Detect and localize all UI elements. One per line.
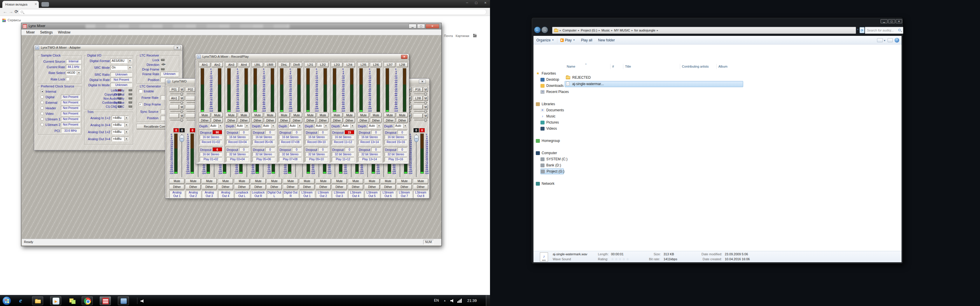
record-device-button[interactable]: Record 01+02 <box>200 140 222 144</box>
route-button[interactable]: L2I8 <box>413 96 423 100</box>
trim-dropdown[interactable]: +4dBu▼ <box>112 130 129 134</box>
pan-slider[interactable] <box>170 94 184 94</box>
mute-button[interactable]: Mute <box>364 179 379 184</box>
dither-button[interactable]: Dither <box>316 185 331 189</box>
dropdown-arrow-icon[interactable]: ▼ <box>298 124 302 128</box>
dither-button[interactable]: Dither <box>331 118 342 122</box>
tray-language[interactable]: EN <box>434 298 439 303</box>
sidebar-item-recent-places[interactable]: ◔Recent Places <box>541 89 564 95</box>
tray-clock[interactable]: 21:39 <box>467 298 477 303</box>
clock-source-radio[interactable] <box>41 95 44 98</box>
menu-window[interactable]: Window <box>56 30 73 34</box>
record-device-button[interactable]: Record 03+04 <box>226 140 248 144</box>
dither-button[interactable]: Dither <box>278 118 290 122</box>
dither-button[interactable]: Dither <box>371 118 382 122</box>
pan-slider-thumb[interactable] <box>425 119 426 122</box>
pan-slider[interactable] <box>170 102 184 103</box>
depth-select[interactable]: Auto▼ <box>262 124 275 128</box>
mute-button[interactable]: Mute <box>267 179 282 184</box>
mute-button[interactable]: Mute <box>202 179 217 184</box>
pan-slider[interactable] <box>414 111 428 112</box>
dropdown-arrow-icon[interactable]: ▼ <box>350 124 355 128</box>
minimize-button[interactable]: ▁ <box>881 19 888 23</box>
route-mute-button[interactable]: M <box>180 87 184 92</box>
close-button[interactable]: ✕ <box>426 24 439 29</box>
mute-button[interactable]: Mute <box>291 113 302 117</box>
mute-button[interactable]: Mute <box>305 113 316 117</box>
dither-button[interactable]: Dither <box>251 185 266 189</box>
apps-grid-icon[interactable] <box>2 19 6 22</box>
play-device-button[interactable]: Play 13+14 <box>358 157 381 162</box>
dither-button[interactable]: Dither <box>252 118 263 122</box>
mute-button[interactable]: Mute <box>413 179 428 184</box>
menu-settings[interactable]: Settings <box>37 30 55 34</box>
play-device-button[interactable]: Play 07+08 <box>279 157 301 162</box>
breadcrumb-item[interactable]: for audiojungle <box>633 29 657 32</box>
sidebar-item-pictures[interactable]: Pictures <box>541 119 564 125</box>
pan-slider-thumb[interactable] <box>425 101 426 104</box>
recordplay-close-icon[interactable]: ✕ <box>401 55 407 59</box>
dither-button[interactable]: Dither <box>348 185 363 189</box>
link-mail[interactable]: Почта <box>444 34 453 38</box>
channel-label-button[interactable]: L2I2 <box>317 63 328 67</box>
fader-handle[interactable] <box>180 135 184 142</box>
maximize-button[interactable]: ▢ <box>888 19 895 23</box>
file-name[interactable]: REJECTED <box>572 76 660 80</box>
depth-select[interactable]: Auto▼ <box>394 124 407 128</box>
dropdown-arrow-icon[interactable]: ▼ <box>245 124 249 128</box>
dither-button[interactable]: Dither <box>234 185 250 189</box>
dither-button[interactable]: Dither <box>344 118 355 122</box>
preview-pane-icon[interactable] <box>888 38 893 42</box>
sidebar-item-videos[interactable]: Videos <box>541 125 564 132</box>
route-mute-button[interactable]: M <box>180 96 184 100</box>
taskbar-app-button[interactable] <box>118 296 129 305</box>
mute-button[interactable]: Mute <box>344 113 355 117</box>
back-icon[interactable]: ← <box>3 9 7 14</box>
dither-button[interactable]: Dither <box>291 118 302 122</box>
dropdown-arrow-icon[interactable]: ▼ <box>124 116 128 120</box>
breadcrumb[interactable]: ▸Computer▸Project (G:)▸Music▸MY MUSIC▸fo… <box>552 27 856 34</box>
dither-button[interactable]: Dither <box>413 185 428 189</box>
mute-button[interactable]: Mute <box>234 179 250 184</box>
clock-source-radio[interactable] <box>41 123 44 126</box>
route-button[interactable]: AIn1 <box>169 96 179 100</box>
show-desktop-button[interactable] <box>486 295 490 306</box>
address-bar[interactable] <box>18 9 487 15</box>
new-tab-button[interactable] <box>41 2 49 7</box>
taskbar-ie-button[interactable]: e <box>19 296 27 305</box>
channel-label-button[interactable]: L2I8 <box>397 63 408 67</box>
pan-slider-thumb[interactable] <box>181 110 183 113</box>
dropdown-arrow-icon[interactable]: ▼ <box>77 71 81 75</box>
help-icon[interactable]: ? <box>894 38 899 43</box>
tray-expand-icon[interactable]: ▲ <box>444 299 446 302</box>
sidebar-item-bank-d-[interactable]: Bank (D:) <box>541 162 564 168</box>
play-device-button[interactable]: Play 03+04 <box>226 157 248 162</box>
route-button[interactable] <box>169 114 179 118</box>
route-mute-button[interactable]: M <box>423 105 428 109</box>
channel-label-button[interactable]: L2I4 <box>344 63 355 67</box>
dropdown-arrow-icon[interactable]: ▼ <box>377 124 381 128</box>
clock-source-radio[interactable] <box>41 101 44 104</box>
dropdown-arrow-icon[interactable]: ▼ <box>403 124 407 128</box>
route-mute-button[interactable]: M <box>180 105 184 109</box>
link-images[interactable]: Картинки <box>456 34 469 38</box>
depth-select[interactable]: Auto▼ <box>368 124 381 128</box>
route-button[interactable] <box>413 105 423 109</box>
start-button[interactable] <box>2 296 11 305</box>
refresh-icon[interactable]: ⟳ <box>859 27 864 33</box>
fader-handle[interactable] <box>414 135 418 142</box>
rating-stars[interactable]: ☆ ☆ ☆ ☆ ☆ <box>611 257 629 261</box>
pan-slider[interactable] <box>170 120 184 120</box>
mute-button[interactable]: Mute <box>212 113 223 117</box>
route-button[interactable] <box>186 114 195 118</box>
rate-select-dropdown[interactable]: 44100 ▼ <box>66 71 81 75</box>
pan-slider[interactable] <box>414 120 428 120</box>
tray-volume-icon[interactable] <box>450 299 454 303</box>
mute-button[interactable]: Mute <box>371 113 382 117</box>
column-header[interactable]: Album <box>716 64 743 69</box>
mute-button[interactable]: Mute <box>218 179 233 184</box>
channel-label-button[interactable]: L2I3 <box>331 63 342 67</box>
new-folder-button[interactable]: New folder <box>595 38 618 42</box>
organize-button[interactable]: Organize▼ <box>533 38 557 42</box>
dither-button[interactable]: Dither <box>267 185 282 189</box>
